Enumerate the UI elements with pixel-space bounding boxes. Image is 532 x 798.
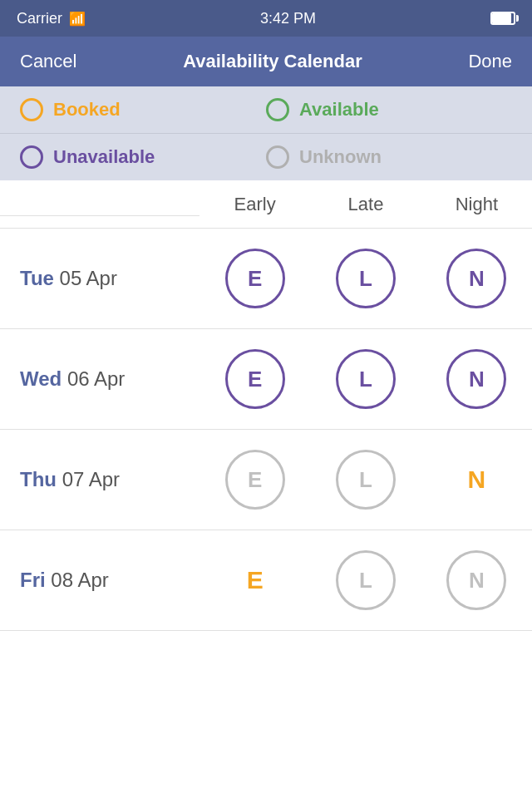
day-abbr: Wed	[20, 367, 62, 390]
legend: Booked Available Unavailable Unknown	[0, 86, 532, 180]
unavailable-label: Unavailable	[53, 146, 155, 168]
early-cell: E	[200, 450, 310, 510]
early-button[interactable]: E	[225, 450, 285, 510]
day-label: Fri 08 Apr	[0, 569, 200, 592]
late-cell: L	[310, 550, 421, 610]
late-button[interactable]: L	[336, 349, 396, 409]
late-button[interactable]: L	[336, 249, 396, 308]
day-date: 05 Apr	[54, 267, 117, 289]
day-date: 07 Apr	[57, 468, 120, 490]
night-header: Night	[421, 194, 532, 215]
unknown-circle-icon	[266, 145, 289, 169]
time-label: 3:42 PM	[260, 10, 316, 27]
day-row: Thu 07 AprELN	[0, 430, 532, 530]
early-button[interactable]: E	[225, 249, 285, 308]
legend-row-bottom: Unavailable Unknown	[0, 133, 532, 180]
battery-icon	[490, 12, 515, 25]
day-date: 08 Apr	[46, 569, 109, 591]
night-cell: N	[421, 249, 532, 308]
late-button[interactable]: L	[336, 550, 396, 610]
day-row: Fri 08 AprELN	[0, 530, 532, 631]
late-button[interactable]: L	[336, 450, 396, 510]
day-header-spacer	[0, 192, 200, 216]
day-row: Tue 05 AprELN	[0, 229, 532, 329]
late-cell: L	[310, 349, 421, 409]
wifi-icon: 📶	[69, 11, 86, 27]
carrier-label: Carrier 📶	[17, 10, 86, 27]
available-label: Available	[299, 99, 379, 121]
legend-row-top: Booked Available	[0, 86, 532, 133]
day-abbr: Fri	[20, 569, 46, 591]
night-cell: N	[421, 450, 532, 510]
late-cell: L	[310, 450, 421, 510]
legend-unavailable: Unavailable	[20, 145, 266, 169]
night-button[interactable]: N	[446, 550, 506, 610]
night-button[interactable]: N	[446, 450, 506, 510]
day-rows: Tue 05 AprELNWed 06 AprELNThu 07 AprELNF…	[0, 229, 532, 631]
early-cell: E	[200, 349, 310, 409]
booked-label: Booked	[53, 99, 121, 121]
day-label: Thu 07 Apr	[0, 468, 200, 491]
column-headers: Early Late Night	[0, 180, 532, 229]
status-bar: Carrier 📶 3:42 PM	[0, 0, 532, 37]
early-button[interactable]: E	[225, 349, 285, 409]
day-row: Wed 06 AprELN	[0, 329, 532, 430]
late-header: Late	[310, 194, 421, 215]
early-cell: E	[200, 249, 310, 308]
early-cell: E	[200, 550, 310, 610]
legend-available: Available	[266, 98, 512, 121]
booked-circle-icon	[20, 98, 43, 121]
legend-unknown: Unknown	[266, 145, 512, 169]
day-abbr: Thu	[20, 468, 57, 490]
night-button[interactable]: N	[446, 349, 506, 409]
day-date: 06 Apr	[62, 367, 125, 390]
nav-bar: Cancel Availability Calendar Done	[0, 37, 532, 86]
cancel-button[interactable]: Cancel	[20, 51, 76, 72]
day-label: Wed 06 Apr	[0, 367, 200, 391]
early-header: Early	[200, 194, 310, 215]
carrier-text: Carrier	[17, 10, 62, 27]
done-button[interactable]: Done	[468, 51, 512, 72]
unknown-label: Unknown	[299, 146, 382, 168]
late-cell: L	[310, 249, 421, 308]
legend-booked: Booked	[20, 98, 266, 121]
day-abbr: Tue	[20, 267, 54, 289]
available-circle-icon	[266, 98, 289, 121]
nav-title: Availability Calendar	[183, 51, 362, 72]
night-button[interactable]: N	[446, 249, 506, 308]
day-label: Tue 05 Apr	[0, 267, 200, 290]
night-cell: N	[421, 349, 532, 409]
unavailable-circle-icon	[20, 145, 43, 169]
night-cell: N	[421, 550, 532, 610]
early-button[interactable]: E	[225, 550, 285, 610]
